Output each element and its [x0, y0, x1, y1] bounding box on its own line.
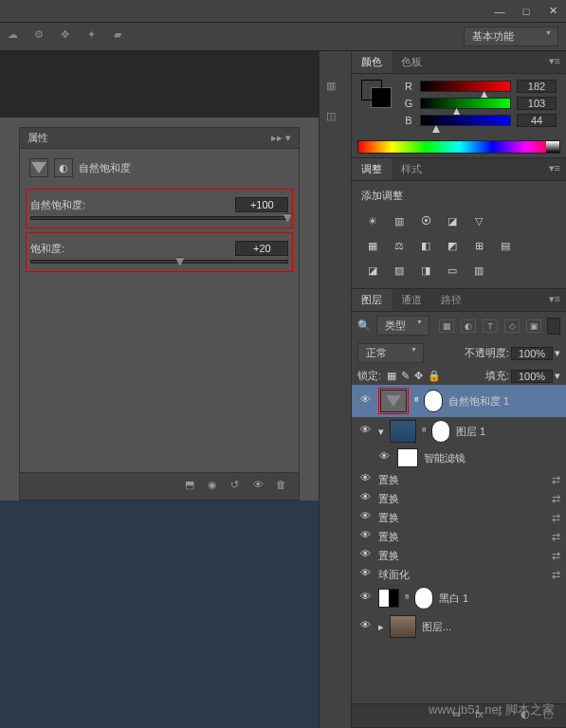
filter-smart-icon[interactable]: ▣ [526, 319, 541, 333]
color-spectrum[interactable] [357, 140, 560, 154]
eye-icon[interactable]: 👁 [357, 591, 373, 606]
b-input[interactable] [517, 114, 557, 127]
filter-options-icon[interactable]: ⇄ [552, 569, 560, 581]
filter-pixel-icon[interactable]: ▦ [439, 319, 454, 333]
vibrance-slider[interactable] [30, 216, 288, 220]
saturation-slider[interactable] [30, 260, 288, 264]
opacity-chevron-icon[interactable]: ▾ [555, 347, 560, 359]
opacity-input[interactable] [511, 347, 553, 360]
eye-icon[interactable]: 👁 [357, 619, 373, 634]
trash-icon[interactable]: 🗑 [276, 479, 291, 494]
blend-mode-dropdown[interactable]: 正常 [357, 343, 424, 363]
panel-menu-icon[interactable]: ▾≡ [543, 51, 566, 73]
filter-shape-icon[interactable]: ◇ [504, 319, 520, 333]
panel-menu-icon[interactable]: ▸▸ ▾ [271, 132, 291, 144]
lock-all-icon[interactable]: 🔒 [428, 370, 441, 382]
filter-spherize[interactable]: 👁球面化⇄ [352, 565, 566, 584]
posterize-icon[interactable]: ▨ [390, 262, 409, 279]
tab-color[interactable]: 颜色 [352, 51, 392, 73]
filter-options-icon[interactable]: ⇄ [552, 493, 560, 505]
filter-toggle[interactable] [547, 318, 560, 335]
tab-adjustments[interactable]: 调整 [352, 158, 392, 180]
eye-icon[interactable]: 👁 [357, 510, 373, 525]
r-input[interactable] [517, 80, 557, 93]
tab-paths[interactable]: 路径 [431, 289, 471, 311]
layer-mask-thumb[interactable] [414, 587, 433, 610]
maximize-button[interactable]: □ [513, 2, 539, 21]
balance-icon[interactable]: ⚖ [390, 237, 409, 254]
document-preview[interactable] [0, 500, 319, 728]
history-icon[interactable]: ▥ [326, 80, 345, 99]
filter-displace[interactable]: 👁置换⇄ [352, 508, 566, 527]
layer-vibrance[interactable]: 👁 ⁸ 自然饱和度 1 [352, 385, 566, 417]
tab-channels[interactable]: 通道 [392, 289, 431, 311]
filter-displace[interactable]: 👁置换⇄ [352, 470, 566, 489]
layer-name[interactable]: 自然饱和度 1 [448, 394, 560, 409]
eye-icon[interactable]: 👁 [357, 491, 373, 506]
cloud-icon[interactable]: ☁ [8, 28, 25, 46]
tab-swatches[interactable]: 色板 [392, 51, 431, 73]
fill-chevron-icon[interactable]: ▾ [555, 370, 560, 382]
gear-icon[interactable]: ⚙ [34, 28, 51, 46]
panel-menu-icon[interactable]: ▾≡ [543, 158, 566, 180]
filter-mask-thumb[interactable] [397, 448, 418, 467]
filter-type-dropdown[interactable]: 类型 [376, 316, 429, 336]
workspace-dropdown[interactable]: 基本功能 [464, 27, 558, 46]
channel-mixer-icon[interactable]: ⊞ [469, 237, 488, 254]
curves-icon[interactable]: ⦿ [416, 212, 435, 229]
filter-adj-icon[interactable]: ◐ [461, 319, 476, 333]
eye-icon[interactable]: 👁 [357, 424, 373, 439]
lut-icon[interactable]: ▤ [496, 237, 515, 254]
layer-name[interactable]: 图层 1 [456, 425, 560, 439]
canvas-area[interactable] [0, 51, 319, 118]
photo-filter-icon[interactable]: ◩ [443, 237, 462, 254]
b-slider[interactable] [420, 115, 511, 126]
threshold-icon[interactable]: ◨ [416, 262, 435, 279]
filter-displace[interactable]: 👁置换⇄ [352, 489, 566, 508]
filter-displace[interactable]: 👁置换⇄ [352, 527, 566, 546]
filter-options-icon[interactable]: ⇄ [552, 550, 560, 562]
fill-input[interactable] [511, 370, 553, 383]
camera-icon[interactable]: ▰ [114, 28, 131, 46]
filter-text-icon[interactable]: T [483, 319, 498, 333]
cube-icon[interactable]: ◫ [326, 110, 345, 129]
clip-icon[interactable]: ⬒ [185, 479, 200, 494]
star-icon[interactable]: ✦ [87, 28, 104, 46]
eye-icon[interactable]: 👁 [357, 548, 373, 563]
g-slider[interactable] [420, 98, 511, 109]
prev-state-icon[interactable]: ◉ [208, 479, 223, 494]
tab-layers[interactable]: 图层 [352, 289, 392, 311]
bw-icon[interactable]: ◧ [416, 237, 435, 254]
eye-icon[interactable]: 👁 [376, 450, 392, 465]
minimize-button[interactable]: — [486, 2, 513, 21]
eye-icon[interactable]: 👁 [357, 567, 373, 582]
lock-paint-icon[interactable]: ✎ [401, 370, 410, 382]
saturation-input[interactable] [235, 241, 288, 256]
layer-bw[interactable]: 👁 ⁸ 黑白 1 [352, 584, 566, 612]
eye-icon[interactable]: 👁 [357, 393, 373, 409]
foreground-swatch[interactable] [361, 80, 382, 100]
selective-color-icon[interactable]: ▥ [469, 262, 488, 279]
reset-icon[interactable]: ↺ [230, 479, 246, 494]
layer-mask-thumb[interactable] [424, 390, 443, 412]
layer-thumb[interactable] [390, 615, 416, 638]
close-button[interactable]: ✕ [539, 2, 566, 21]
layer-thumb[interactable] [390, 420, 416, 443]
visibility-icon[interactable]: 👁 [253, 479, 268, 494]
hue-icon[interactable]: ▦ [363, 237, 382, 254]
layer-mask-thumb[interactable] [431, 420, 450, 443]
filter-options-icon[interactable]: ⇄ [552, 531, 560, 543]
layer-layer1[interactable]: 👁 ▾ ⁸ 图层 1 [352, 417, 566, 446]
panel-menu-icon[interactable]: ▾≡ [543, 289, 566, 311]
vibrance-input[interactable] [235, 197, 288, 212]
lock-position-icon[interactable]: ✥ [414, 370, 423, 382]
layer-image[interactable]: 👁 ▸ 图层... [352, 612, 566, 641]
g-input[interactable] [517, 97, 557, 110]
gradient-map-icon[interactable]: ▭ [443, 262, 462, 279]
brightness-icon[interactable]: ☀ [363, 212, 382, 229]
smart-filters-row[interactable]: 👁 智能滤镜 [352, 446, 566, 470]
tab-styles[interactable]: 样式 [392, 158, 431, 180]
layer-name[interactable]: 黑白 1 [439, 592, 560, 606]
invert-icon[interactable]: ◪ [363, 262, 382, 279]
r-slider[interactable] [420, 81, 511, 92]
